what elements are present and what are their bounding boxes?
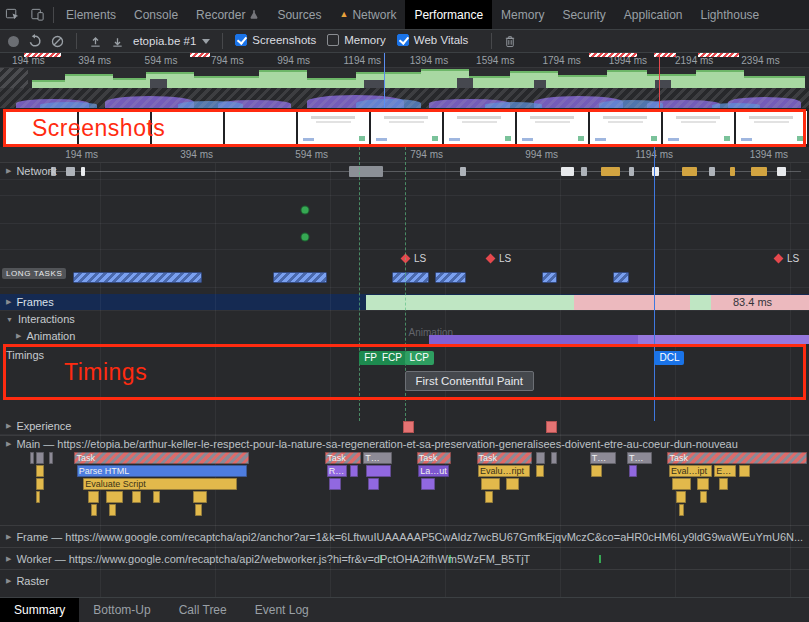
flame-bar[interactable] (591, 465, 602, 477)
worker-track[interactable]: ▶Worker — https://www.google.com/recaptc… (0, 547, 809, 569)
network-request-bar[interactable] (460, 167, 466, 176)
tab-performance[interactable]: Performance (405, 0, 492, 29)
animation-bar[interactable] (429, 335, 809, 344)
flame-bar[interactable] (676, 491, 687, 503)
event-marker-dot[interactable] (301, 206, 308, 213)
timing-marker-lcp[interactable]: LCP (405, 351, 434, 365)
overview-memory-strip[interactable] (0, 88, 809, 108)
screenshot-thumbnail[interactable] (663, 111, 734, 144)
flame-bar[interactable] (132, 491, 141, 503)
trash-icon[interactable] (504, 35, 516, 48)
inspect-icon[interactable] (0, 2, 25, 28)
flame-bar[interactable]: T… (627, 452, 652, 464)
screenshots-filmstrip[interactable] (0, 108, 809, 147)
long-task-bar[interactable] (542, 272, 557, 283)
frame-bar[interactable] (690, 295, 711, 310)
clear-icon[interactable] (51, 35, 64, 48)
network-request-bar[interactable] (682, 167, 697, 176)
disclosure-icon[interactable]: ▶ (6, 555, 11, 563)
layout-shift-marker[interactable]: LS (402, 253, 426, 264)
tab-security[interactable]: Security (553, 0, 614, 29)
flame-bar[interactable] (88, 491, 99, 503)
layout-shift-marker[interactable]: LS (487, 253, 511, 264)
flame-bar[interactable] (350, 465, 357, 477)
screenshot-thumbnail[interactable] (736, 111, 807, 144)
timing-marker-fcp[interactable]: FCP (377, 351, 407, 365)
flame-bar[interactable] (368, 478, 379, 490)
bottom-tab-call-tree[interactable]: Call Tree (165, 598, 241, 622)
network-request-bar[interactable] (601, 167, 620, 176)
disclosure-icon[interactable]: ▼ (6, 316, 13, 323)
flame-bar[interactable] (421, 478, 435, 490)
flame-bar[interactable] (536, 465, 543, 477)
frame-track[interactable]: ▶Frame — https://www.google.com/recaptch… (0, 525, 809, 547)
flame-bar[interactable] (485, 491, 494, 503)
flame-bar[interactable] (30, 452, 34, 464)
flame-bar[interactable] (153, 491, 160, 503)
network-request-bar[interactable] (777, 167, 786, 176)
screenshot-thumbnail[interactable] (444, 111, 515, 144)
profile-select[interactable]: etopia.be #1 (133, 35, 210, 47)
layout-shift-bar[interactable] (546, 421, 557, 433)
flame-bar[interactable] (36, 465, 44, 477)
layout-shift-marker[interactable]: LS (775, 253, 799, 264)
network-request-bar[interactable] (709, 167, 715, 176)
flame-bar[interactable]: La…ut (418, 465, 449, 477)
screenshot-thumbnail[interactable] (371, 111, 442, 144)
timeline-overview[interactable]: 194 ms394 ms594 ms794 ms994 ms1194 ms139… (0, 53, 809, 108)
tab-sources[interactable]: Sources (268, 0, 330, 29)
checkbox-box[interactable] (397, 34, 409, 46)
save-profile-icon[interactable] (111, 35, 124, 48)
overview-cpu-strip[interactable] (0, 68, 809, 88)
flame-bar[interactable] (481, 478, 500, 490)
network-request-bar[interactable] (561, 167, 574, 176)
flame-bar[interactable]: Evaluate Script (83, 478, 237, 490)
flame-bar[interactable] (700, 491, 707, 503)
tab-recorder[interactable]: Recorder (187, 0, 268, 29)
flame-bar[interactable]: Task (417, 452, 451, 464)
network-request-bar[interactable] (66, 167, 75, 176)
flame-bar[interactable]: T… (590, 452, 617, 464)
flame-bar[interactable] (195, 504, 202, 516)
flame-bar[interactable]: Task (74, 452, 249, 464)
flame-bar[interactable] (739, 465, 750, 477)
flame-bar[interactable] (672, 478, 691, 490)
disclosure-icon[interactable]: ▶ (6, 440, 11, 448)
disclosure-icon[interactable]: ▶ (6, 577, 11, 585)
flame-bar[interactable]: Evalu…ript (478, 465, 530, 477)
record-button[interactable] (8, 36, 19, 47)
checkbox-web-vitals[interactable]: Web Vitals (397, 34, 469, 46)
bottom-tab-bottom-up[interactable]: Bottom-Up (79, 598, 164, 622)
flame-bar[interactable] (329, 478, 341, 490)
flame-bar[interactable]: R… (327, 465, 347, 477)
flame-bar[interactable] (106, 491, 123, 503)
flame-bar[interactable] (506, 478, 520, 490)
screenshot-thumbnail[interactable] (590, 111, 661, 144)
long-task-bar[interactable] (273, 272, 326, 283)
flame-bar[interactable]: T… (363, 452, 392, 464)
load-profile-icon[interactable] (89, 35, 102, 48)
checkbox-box[interactable] (235, 34, 247, 46)
network-request-bar[interactable] (581, 167, 587, 176)
frame-bar[interactable] (574, 295, 690, 310)
overview-ruler[interactable]: 194 ms394 ms594 ms794 ms994 ms1194 ms139… (0, 53, 809, 68)
event-marker-dot[interactable] (301, 233, 308, 240)
flame-bar[interactable]: Parse HTML (77, 465, 247, 477)
disclosure-icon[interactable]: ▶ (6, 298, 11, 306)
flame-bar[interactable] (109, 504, 116, 516)
network-request-bar[interactable] (751, 167, 767, 176)
flame-bar[interactable] (679, 504, 685, 516)
disclosure-icon[interactable]: ▶ (16, 332, 21, 340)
flame-bar[interactable] (719, 478, 728, 490)
long-task-bar[interactable] (435, 272, 466, 283)
flame-bar[interactable] (36, 452, 44, 464)
flame-bar[interactable] (536, 452, 546, 464)
flame-bar[interactable]: Task (477, 452, 533, 464)
disclosure-icon[interactable]: ▶ (6, 422, 11, 430)
checkbox-screenshots[interactable]: Screenshots (235, 34, 316, 46)
flame-bar[interactable] (193, 491, 207, 503)
screenshot-thumbnail[interactable] (517, 111, 588, 144)
disclosure-icon[interactable]: ▶ (6, 533, 11, 541)
main-flame-chart[interactable]: TaskTaskT…TaskTaskT…T…TaskParse HTMLR…La… (0, 452, 809, 517)
disclosure-icon[interactable]: ▶ (6, 167, 11, 175)
